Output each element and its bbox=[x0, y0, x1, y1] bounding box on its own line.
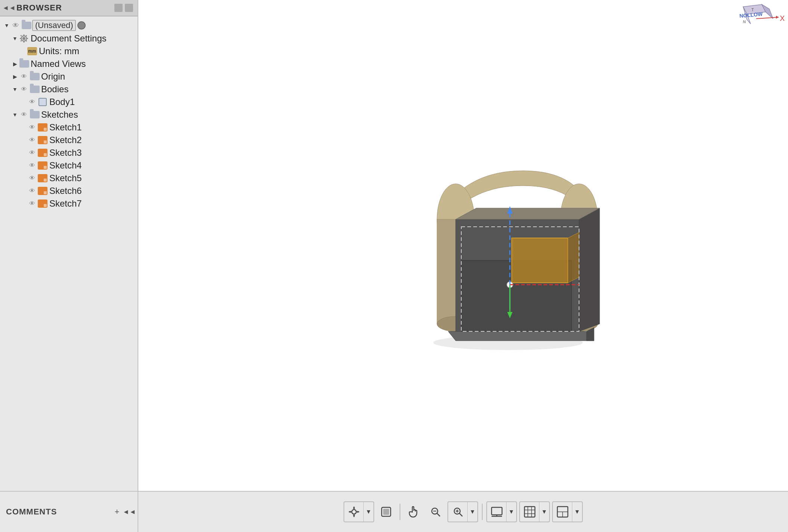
sketch1-eye-icon: 👁 bbox=[27, 123, 37, 132]
svg-rect-59 bbox=[492, 507, 502, 515]
tree-sketches[interactable]: 👁 Sketches bbox=[0, 108, 138, 121]
doc-settings-label: Document Settings bbox=[29, 33, 107, 44]
root-eye-icon: 👁 bbox=[10, 21, 21, 30]
tree-sketch3[interactable]: 👁 Sketch3 bbox=[0, 146, 138, 159]
tree-sketch7[interactable]: 👁 Sketch7 bbox=[0, 197, 138, 210]
tree-bodies[interactable]: 👁 Bodies bbox=[0, 83, 138, 96]
bottom-bar: COMMENTS + ◄◄ bbox=[0, 491, 788, 532]
sketches-eye-icon: 👁 bbox=[19, 110, 29, 119]
named-views-expand[interactable] bbox=[11, 60, 19, 68]
tree-sketch5[interactable]: 👁 Sketch5 bbox=[0, 172, 138, 185]
tree-sketch6[interactable]: 👁 Sketch6 bbox=[0, 185, 138, 197]
panel-minimize-btn[interactable] bbox=[114, 4, 123, 12]
sketch6-eye-icon: 👁 bbox=[27, 186, 37, 195]
move-btn[interactable] bbox=[344, 502, 364, 522]
comments-panel: COMMENTS + ◄◄ bbox=[0, 492, 138, 532]
tree-units[interactable]: mm Units: mm bbox=[0, 45, 138, 58]
panel-close-btn[interactable] bbox=[125, 4, 133, 12]
model-area: X N T NOLLOW bbox=[138, 0, 788, 491]
doc-settings-expand[interactable] bbox=[11, 35, 19, 42]
browser-header: ◄◄ BROWSER bbox=[0, 0, 138, 16]
record-btn[interactable] bbox=[77, 21, 86, 30]
viewport[interactable]: X N T NOLLOW bbox=[138, 0, 788, 491]
tree-origin[interactable]: 👁 Origin bbox=[0, 70, 138, 83]
s6-expand bbox=[19, 187, 27, 195]
sketch1-label: Sketch1 bbox=[48, 122, 82, 133]
units-expand bbox=[19, 47, 27, 55]
tree-document-settings[interactable]: Document Settings bbox=[0, 32, 138, 45]
grid-btn[interactable] bbox=[520, 502, 539, 522]
grid-dropdown-btn[interactable]: ▼ bbox=[539, 502, 549, 522]
browser-panel: ◄◄ BROWSER 👁 (Unsaved) bbox=[0, 0, 138, 491]
tree-named-views[interactable]: Named Views bbox=[0, 58, 138, 70]
s4-expand bbox=[19, 162, 27, 169]
origin-expand[interactable] bbox=[11, 73, 19, 80]
svg-rect-51 bbox=[383, 509, 389, 515]
press-pull-btn[interactable] bbox=[376, 502, 396, 522]
sketch5-eye-icon: 👁 bbox=[27, 174, 37, 183]
s5-expand bbox=[19, 174, 27, 182]
app-container: ◄◄ BROWSER 👁 (Unsaved) bbox=[0, 0, 788, 532]
tree-root[interactable]: 👁 (Unsaved) bbox=[0, 19, 138, 32]
root-expand-arrow[interactable] bbox=[3, 22, 10, 29]
zoom-dropdown-btn[interactable]: ▼ bbox=[468, 502, 477, 522]
browser-collapse-btn[interactable]: ◄◄ bbox=[4, 3, 13, 12]
viewcube-label: NOLLOW bbox=[739, 11, 763, 19]
svg-marker-31 bbox=[512, 238, 568, 283]
body1-eye-icon: 👁 bbox=[27, 98, 37, 106]
gear-icon bbox=[19, 34, 29, 43]
sketch4-eye-icon: 👁 bbox=[27, 161, 37, 170]
3d-model bbox=[396, 133, 620, 358]
bodies-expand[interactable] bbox=[11, 86, 19, 93]
layout-btn[interactable] bbox=[553, 502, 572, 522]
viewcube[interactable]: X N T NOLLOW bbox=[736, 4, 781, 34]
svg-marker-29 bbox=[579, 208, 600, 331]
move-dropdown-btn[interactable]: ▼ bbox=[364, 502, 373, 522]
origin-label: Origin bbox=[40, 71, 65, 82]
comments-collapse-btn[interactable]: ◄◄ bbox=[123, 507, 132, 516]
svg-rect-3 bbox=[24, 41, 25, 43]
svg-line-53 bbox=[437, 513, 440, 516]
comments-add-btn[interactable]: + bbox=[111, 506, 123, 517]
browser-tree: 👁 (Unsaved) bbox=[0, 16, 138, 491]
svg-point-41 bbox=[352, 510, 356, 514]
sketches-label: Sketches bbox=[40, 109, 78, 120]
sketch3-icon bbox=[37, 148, 48, 157]
toolbar-divider-2 bbox=[482, 504, 483, 520]
tree-sketch2[interactable]: 👁 Sketch2 bbox=[0, 134, 138, 146]
tree-sketch1[interactable]: 👁 Sketch1 bbox=[0, 121, 138, 134]
zoom-btn[interactable] bbox=[448, 502, 468, 522]
sketch7-icon bbox=[37, 199, 48, 208]
named-views-label: Named Views bbox=[29, 59, 86, 69]
pan-btn[interactable] bbox=[404, 502, 424, 522]
svg-marker-17 bbox=[776, 16, 779, 19]
body1-label: Body1 bbox=[48, 97, 75, 107]
svg-point-0 bbox=[22, 37, 25, 40]
svg-marker-32 bbox=[568, 232, 579, 283]
zoom-fit-btn[interactable] bbox=[426, 502, 445, 522]
display-dropdown-btn[interactable]: ▼ bbox=[507, 502, 516, 522]
center-toolbar: ▼ bbox=[138, 501, 788, 522]
tree-sketch4[interactable]: 👁 Sketch4 bbox=[0, 159, 138, 172]
sketch2-eye-icon: 👁 bbox=[27, 136, 37, 145]
svg-marker-48 bbox=[349, 511, 351, 513]
s2-expand bbox=[19, 136, 27, 144]
grid-btn-group: ▼ bbox=[519, 501, 550, 522]
toolbar-divider-1 bbox=[400, 504, 400, 520]
bodies-eye-icon: 👁 bbox=[19, 85, 29, 94]
display-btn[interactable] bbox=[487, 502, 507, 522]
s3-expand bbox=[19, 149, 27, 157]
s1-expand bbox=[19, 124, 27, 131]
units-label: Units: mm bbox=[37, 46, 79, 56]
layout-dropdown-btn[interactable]: ▼ bbox=[572, 502, 582, 522]
zoom-btn-group: ▼ bbox=[447, 501, 478, 522]
sketches-folder-icon bbox=[29, 110, 40, 119]
display-btn-group: ▼ bbox=[486, 501, 517, 522]
browser-title: BROWSER bbox=[16, 3, 62, 13]
tree-body1[interactable]: 👁 Body1 bbox=[0, 96, 138, 108]
svg-rect-62 bbox=[524, 507, 535, 517]
sketch2-label: Sketch2 bbox=[48, 135, 82, 145]
sketch3-label: Sketch3 bbox=[48, 148, 82, 158]
svg-marker-30 bbox=[456, 208, 600, 219]
sketches-expand[interactable] bbox=[11, 111, 19, 118]
